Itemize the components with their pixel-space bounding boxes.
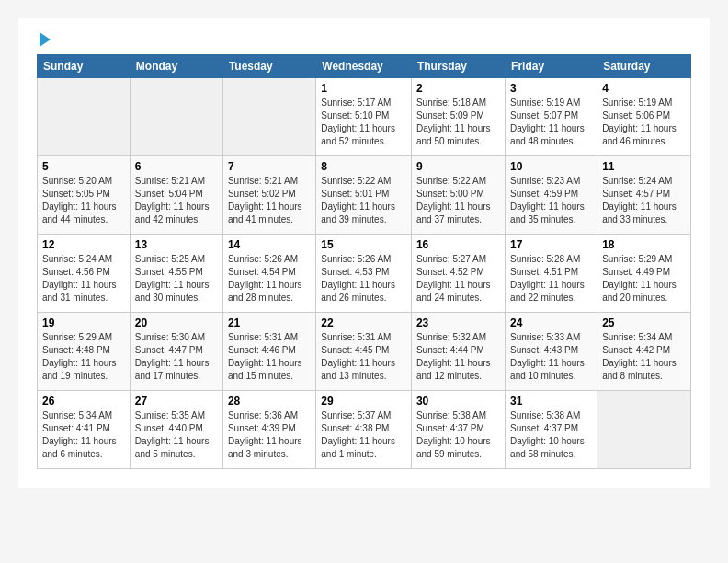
calendar-cell: 27Sunrise: 5:35 AM Sunset: 4:40 PM Dayli…: [130, 391, 222, 469]
day-info: Sunrise: 5:26 AM Sunset: 4:53 PM Dayligh…: [321, 253, 406, 304]
weekday-header-friday: Friday: [506, 55, 597, 78]
day-number: 17: [510, 238, 592, 251]
day-number: 7: [228, 160, 311, 173]
day-info: Sunrise: 5:18 AM Sunset: 5:09 PM Dayligh…: [416, 97, 500, 148]
day-number: 30: [416, 395, 500, 408]
logo-arrow-icon: [40, 32, 51, 47]
day-number: 10: [510, 160, 592, 173]
day-info: Sunrise: 5:35 AM Sunset: 4:40 PM Dayligh…: [135, 409, 218, 461]
day-number: 1: [321, 82, 406, 95]
day-number: 6: [135, 160, 218, 173]
logo: [37, 32, 51, 47]
day-number: 4: [602, 82, 686, 95]
day-info: Sunrise: 5:36 AM Sunset: 4:39 PM Dayligh…: [228, 409, 311, 461]
day-number: 8: [321, 160, 406, 173]
day-info: Sunrise: 5:33 AM Sunset: 4:43 PM Dayligh…: [510, 331, 592, 383]
day-info: Sunrise: 5:38 AM Sunset: 4:37 PM Dayligh…: [510, 409, 592, 461]
day-info: Sunrise: 5:32 AM Sunset: 4:44 PM Dayligh…: [416, 331, 500, 383]
day-info: Sunrise: 5:21 AM Sunset: 5:02 PM Dayligh…: [228, 175, 311, 226]
calendar-cell: 26Sunrise: 5:34 AM Sunset: 4:41 PM Dayli…: [38, 391, 131, 469]
header-row: [37, 32, 691, 47]
weekday-header-tuesday: Tuesday: [222, 55, 315, 78]
day-info: Sunrise: 5:34 AM Sunset: 4:42 PM Dayligh…: [602, 331, 686, 383]
calendar-cell: 2Sunrise: 5:18 AM Sunset: 5:09 PM Daylig…: [411, 78, 505, 156]
weekday-header-thursday: Thursday: [411, 55, 505, 78]
day-info: Sunrise: 5:23 AM Sunset: 4:59 PM Dayligh…: [510, 175, 592, 226]
weekday-header-saturday: Saturday: [597, 55, 691, 78]
calendar-week-row: 12Sunrise: 5:24 AM Sunset: 4:56 PM Dayli…: [38, 235, 691, 313]
day-info: Sunrise: 5:19 AM Sunset: 5:06 PM Dayligh…: [602, 97, 686, 148]
calendar-header-row: SundayMondayTuesdayWednesdayThursdayFrid…: [38, 55, 691, 78]
calendar-cell: 25Sunrise: 5:34 AM Sunset: 4:42 PM Dayli…: [597, 313, 691, 391]
calendar-cell: 22Sunrise: 5:31 AM Sunset: 4:45 PM Dayli…: [316, 313, 412, 391]
calendar-cell: [597, 391, 691, 469]
calendar-cell: 8Sunrise: 5:22 AM Sunset: 5:01 PM Daylig…: [316, 156, 412, 235]
calendar-cell: 3Sunrise: 5:19 AM Sunset: 5:07 PM Daylig…: [506, 78, 597, 156]
day-info: Sunrise: 5:28 AM Sunset: 4:51 PM Dayligh…: [510, 253, 592, 304]
calendar-week-row: 26Sunrise: 5:34 AM Sunset: 4:41 PM Dayli…: [38, 391, 691, 469]
day-number: 29: [321, 395, 406, 408]
calendar-week-row: 1Sunrise: 5:17 AM Sunset: 5:10 PM Daylig…: [38, 78, 691, 156]
day-info: Sunrise: 5:26 AM Sunset: 4:54 PM Dayligh…: [228, 253, 311, 304]
day-info: Sunrise: 5:25 AM Sunset: 4:55 PM Dayligh…: [135, 253, 218, 304]
day-info: Sunrise: 5:31 AM Sunset: 4:46 PM Dayligh…: [228, 331, 311, 383]
weekday-header-sunday: Sunday: [38, 55, 131, 78]
calendar-cell: 18Sunrise: 5:29 AM Sunset: 4:49 PM Dayli…: [597, 235, 691, 313]
day-number: 28: [228, 395, 311, 408]
calendar-cell: 28Sunrise: 5:36 AM Sunset: 4:39 PM Dayli…: [222, 391, 315, 469]
calendar-cell: 7Sunrise: 5:21 AM Sunset: 5:02 PM Daylig…: [222, 156, 315, 235]
calendar-week-row: 19Sunrise: 5:29 AM Sunset: 4:48 PM Dayli…: [38, 313, 691, 391]
day-number: 23: [416, 316, 500, 329]
calendar-cell: 1Sunrise: 5:17 AM Sunset: 5:10 PM Daylig…: [316, 78, 412, 156]
day-info: Sunrise: 5:20 AM Sunset: 5:05 PM Dayligh…: [42, 175, 125, 226]
day-number: 26: [42, 395, 125, 408]
calendar-cell: [38, 78, 131, 156]
day-number: 21: [228, 316, 311, 329]
calendar-cell: 13Sunrise: 5:25 AM Sunset: 4:55 PM Dayli…: [130, 235, 222, 313]
day-number: 3: [510, 82, 592, 95]
day-number: 22: [321, 316, 406, 329]
calendar-cell: [130, 78, 222, 156]
calendar-cell: 30Sunrise: 5:38 AM Sunset: 4:37 PM Dayli…: [411, 391, 505, 469]
calendar-cell: 20Sunrise: 5:30 AM Sunset: 4:47 PM Dayli…: [130, 313, 222, 391]
day-info: Sunrise: 5:24 AM Sunset: 4:57 PM Dayligh…: [602, 175, 686, 226]
day-info: Sunrise: 5:27 AM Sunset: 4:52 PM Dayligh…: [416, 253, 500, 304]
day-info: Sunrise: 5:24 AM Sunset: 4:56 PM Dayligh…: [42, 253, 125, 304]
calendar-cell: 29Sunrise: 5:37 AM Sunset: 4:38 PM Dayli…: [316, 391, 412, 469]
day-info: Sunrise: 5:38 AM Sunset: 4:37 PM Dayligh…: [416, 409, 500, 461]
day-info: Sunrise: 5:37 AM Sunset: 4:38 PM Dayligh…: [321, 409, 406, 461]
calendar-cell: 9Sunrise: 5:22 AM Sunset: 5:00 PM Daylig…: [411, 156, 505, 235]
day-number: 11: [602, 160, 686, 173]
day-number: 12: [42, 238, 125, 251]
weekday-header-wednesday: Wednesday: [316, 55, 412, 78]
calendar-cell: 31Sunrise: 5:38 AM Sunset: 4:37 PM Dayli…: [506, 391, 597, 469]
calendar-cell: 15Sunrise: 5:26 AM Sunset: 4:53 PM Dayli…: [316, 235, 412, 313]
calendar-table: SundayMondayTuesdayWednesdayThursdayFrid…: [37, 54, 691, 469]
logo-text: [37, 32, 51, 47]
day-info: Sunrise: 5:22 AM Sunset: 5:01 PM Dayligh…: [321, 175, 406, 226]
day-number: 19: [42, 316, 125, 329]
day-info: Sunrise: 5:31 AM Sunset: 4:45 PM Dayligh…: [321, 331, 406, 383]
day-info: Sunrise: 5:30 AM Sunset: 4:47 PM Dayligh…: [135, 331, 218, 383]
day-info: Sunrise: 5:29 AM Sunset: 4:48 PM Dayligh…: [42, 331, 125, 383]
day-number: 16: [416, 238, 500, 251]
calendar-cell: 14Sunrise: 5:26 AM Sunset: 4:54 PM Dayli…: [222, 235, 315, 313]
calendar-cell: 19Sunrise: 5:29 AM Sunset: 4:48 PM Dayli…: [38, 313, 131, 391]
day-number: 14: [228, 238, 311, 251]
day-info: Sunrise: 5:19 AM Sunset: 5:07 PM Dayligh…: [510, 97, 592, 148]
day-number: 13: [135, 238, 218, 251]
day-info: Sunrise: 5:21 AM Sunset: 5:04 PM Dayligh…: [135, 175, 218, 226]
day-number: 5: [42, 160, 125, 173]
day-info: Sunrise: 5:22 AM Sunset: 5:00 PM Dayligh…: [416, 175, 500, 226]
day-info: Sunrise: 5:29 AM Sunset: 4:49 PM Dayligh…: [602, 253, 686, 304]
day-number: 25: [602, 316, 686, 329]
day-number: 2: [416, 82, 500, 95]
calendar-cell: 6Sunrise: 5:21 AM Sunset: 5:04 PM Daylig…: [130, 156, 222, 235]
day-number: 31: [510, 395, 592, 408]
calendar-cell: 21Sunrise: 5:31 AM Sunset: 4:46 PM Dayli…: [222, 313, 315, 391]
day-number: 27: [135, 395, 218, 408]
day-number: 24: [510, 316, 592, 329]
day-info: Sunrise: 5:34 AM Sunset: 4:41 PM Dayligh…: [42, 409, 125, 461]
day-number: 20: [135, 316, 218, 329]
calendar-cell: [222, 78, 315, 156]
